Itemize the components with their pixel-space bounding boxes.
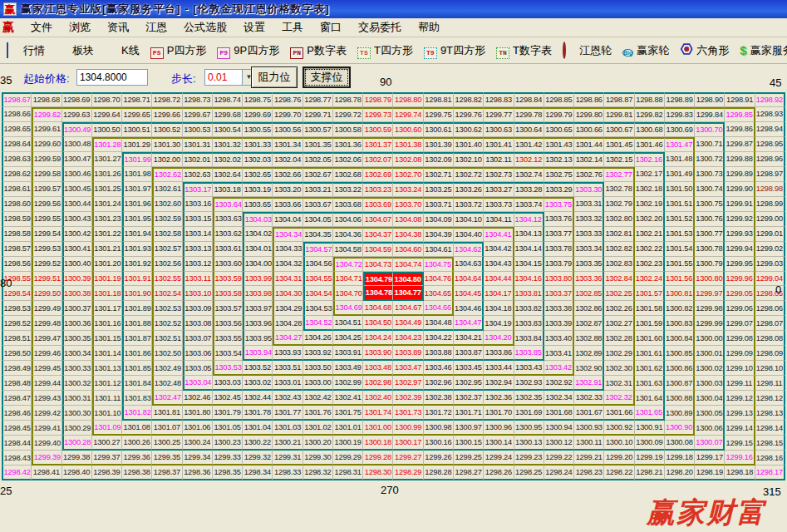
grid-cell[interactable]: 1298.63: [2, 152, 32, 167]
menu-item-8[interactable]: 交易委托: [350, 18, 410, 37]
grid-cell[interactable]: 1301.20: [92, 257, 122, 272]
grid-cell[interactable]: 1302.64: [213, 167, 243, 182]
grid-cell[interactable]: 1300.41: [62, 242, 92, 257]
grid-cell[interactable]: 1300.50: [92, 122, 122, 137]
grid-cell[interactable]: 1301.41: [484, 137, 514, 152]
grid-cell[interactable]: 1304.34: [273, 227, 303, 242]
grid-cell[interactable]: 1302.01: [183, 152, 213, 167]
grid-cell[interactable]: 1304.74: [393, 257, 423, 272]
grid-cell[interactable]: 1299.68: [213, 107, 243, 122]
grid-cell[interactable]: 1300.86: [665, 361, 695, 376]
grid-cell[interactable]: 1300.56: [273, 122, 303, 137]
grid-cell[interactable]: 1301.71: [454, 406, 484, 421]
grid-cell[interactable]: 1303.68: [333, 197, 363, 212]
grid-cell[interactable]: 1300.59: [363, 122, 393, 137]
grid-cell[interactable]: 1303.14: [183, 227, 213, 242]
grid-cell[interactable]: 1298.72: [152, 92, 182, 107]
grid-cell[interactable]: 1302.13: [544, 152, 574, 167]
grid-cell[interactable]: 1303.67: [303, 197, 333, 212]
grid-cell[interactable]: 1300.60: [393, 122, 423, 137]
grid-cell[interactable]: 1299.23: [514, 451, 544, 466]
grid-cell[interactable]: 1298.27: [454, 466, 484, 480]
grid-cell[interactable]: 1302.03: [243, 152, 273, 167]
grid-cell[interactable]: 1304.30: [273, 286, 303, 301]
grid-cell[interactable]: 1302.83: [604, 257, 634, 272]
grid-cell[interactable]: 1299.60: [32, 137, 61, 152]
grid-cell[interactable]: 1303.10: [183, 286, 213, 301]
grid-cell[interactable]: 1300.25: [152, 436, 182, 451]
grid-cell[interactable]: 1299.50: [32, 286, 61, 301]
grid-cell[interactable]: 1303.60: [213, 257, 243, 272]
grid-cell[interactable]: 1303.09: [183, 301, 213, 316]
grid-cell[interactable]: 1300.96: [484, 421, 514, 436]
grid-cell[interactable]: 1300.74: [695, 182, 725, 197]
grid-cell[interactable]: 1303.73: [484, 197, 514, 212]
grid-cell[interactable]: 1301.14: [92, 346, 122, 361]
grid-cell[interactable]: 1298.83: [484, 92, 514, 107]
grid-cell[interactable]: 1300.67: [604, 122, 634, 137]
grid-cell[interactable]: 1301.12: [92, 376, 122, 391]
grid-cell[interactable]: 1301.23: [92, 212, 122, 227]
grid-cell[interactable]: 1303.95: [243, 331, 273, 346]
grid-cell[interactable]: 1299.42: [32, 406, 61, 421]
grid-cell[interactable]: 1300.06: [695, 421, 725, 436]
grid-cell[interactable]: 1299.45: [32, 361, 61, 376]
grid-cell[interactable]: 1300.11: [574, 436, 604, 451]
grid-cell[interactable]: 1300.18: [363, 436, 393, 451]
grid-cell[interactable]: 1302.36: [484, 391, 514, 406]
grid-cell[interactable]: 1302.72: [454, 167, 484, 182]
grid-cell[interactable]: 1301.89: [122, 301, 152, 316]
grid-cell[interactable]: 1298.35: [213, 466, 243, 480]
grid-cell[interactable]: 1303.16: [183, 197, 213, 212]
grid-cell[interactable]: 1300.97: [454, 421, 484, 436]
grid-cell[interactable]: 1301.58: [635, 301, 665, 316]
grid-cell[interactable]: 1299.09: [725, 346, 755, 361]
grid-cell[interactable]: 1298.52: [2, 316, 32, 331]
grid-cell[interactable]: 1301.56: [665, 272, 695, 287]
grid-cell[interactable]: 1304.09: [424, 212, 454, 227]
grid-cell[interactable]: 1298.57: [2, 242, 32, 257]
grid-cell[interactable]: 1301.04: [243, 421, 273, 436]
grid-cell[interactable]: 1298.67: [2, 92, 32, 107]
grid-cell[interactable]: 1304.63: [454, 257, 484, 272]
grid-cell[interactable]: 1302.69: [363, 167, 393, 182]
grid-cell[interactable]: 1298.33: [273, 466, 303, 480]
grid-cell[interactable]: 1301.88: [122, 316, 152, 331]
grid-cell[interactable]: 1303.36: [574, 272, 604, 287]
grid-cell[interactable]: 1300.92: [604, 421, 634, 436]
grid-cell[interactable]: 1298.68: [32, 92, 61, 107]
grid-cell[interactable]: 1302.08: [393, 152, 423, 167]
grid-cell[interactable]: 1299.96: [725, 272, 755, 287]
grid-cell[interactable]: 1299.51: [32, 272, 61, 287]
grid-cell[interactable]: 1301.45: [604, 137, 634, 152]
grid-cell[interactable]: 1299.83: [665, 107, 695, 122]
grid-cell[interactable]: 1301.86: [122, 346, 152, 361]
grid-cell[interactable]: 1304.23: [393, 331, 423, 346]
grid-cell[interactable]: 1300.27: [92, 436, 122, 451]
grid-cell[interactable]: 1300.43: [62, 212, 92, 227]
grid-cell[interactable]: 1302.93: [514, 376, 544, 391]
menu-item-7[interactable]: 窗口: [312, 18, 350, 37]
grid-cell[interactable]: 1303.84: [514, 331, 544, 346]
grid-cell[interactable]: 1302.74: [514, 167, 544, 182]
grid-cell[interactable]: 1300.12: [544, 436, 574, 451]
grid-cell[interactable]: 1299.01: [755, 227, 785, 242]
grid-cell[interactable]: 1301.90: [122, 286, 152, 301]
grid-cell[interactable]: 1301.63: [635, 376, 665, 391]
grid-cell[interactable]: 1301.42: [514, 137, 544, 152]
grid-cell[interactable]: 1303.35: [574, 257, 604, 272]
grid-cell[interactable]: 1304.60: [393, 242, 423, 257]
grid-cell[interactable]: 1304.08: [393, 212, 423, 227]
grid-cell[interactable]: 1301.18: [92, 286, 122, 301]
grid-cell[interactable]: 1298.36: [183, 466, 213, 480]
grid-cell[interactable]: 1299.08: [725, 331, 755, 346]
grid-cell[interactable]: 1299.86: [725, 122, 755, 137]
grid-cell[interactable]: 1298.75: [243, 92, 273, 107]
grid-cell[interactable]: 1303.79: [544, 257, 574, 272]
grid-cell[interactable]: 1304.75: [424, 257, 454, 272]
grid-cell[interactable]: 1304.14: [514, 242, 544, 257]
toolbar-item-9t-square[interactable]: T99T四方形: [424, 43, 485, 59]
grid-cell[interactable]: 1302.55: [152, 272, 182, 287]
grid-cell[interactable]: 1299.38: [62, 451, 92, 466]
grid-cell[interactable]: 1303.98: [243, 286, 273, 301]
